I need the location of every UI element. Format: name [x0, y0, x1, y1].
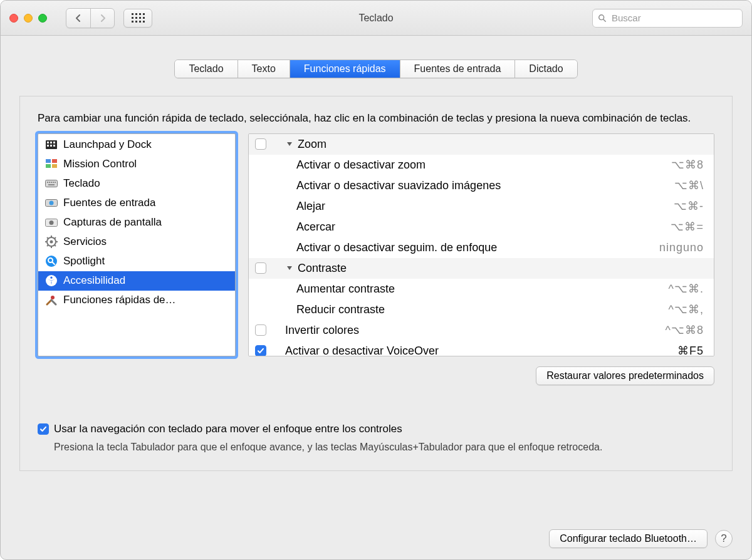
help-button[interactable]: ?	[715, 530, 733, 547]
shortcut-label: Alejar	[255, 200, 644, 213]
category-item[interactable]: Fuentes de entrada	[38, 194, 235, 213]
svg-rect-11	[46, 164, 51, 168]
shortcut-group-label: Contraste	[298, 262, 704, 275]
shortcut-label: Aumentar contraste	[255, 283, 644, 296]
content: TecladoTextoFunciones rápidasFuentes de …	[1, 36, 751, 559]
shortcut-key[interactable]: ^⌥⌘.	[647, 282, 704, 296]
shortcut-checkbox[interactable]	[255, 138, 266, 150]
disclosure-triangle-icon[interactable]	[285, 141, 294, 147]
restore-defaults-button[interactable]: Restaurar valores predeterminados	[536, 366, 714, 385]
svg-line-30	[47, 237, 49, 239]
tab-strip: TecladoTextoFunciones rápidasFuentes de …	[1, 36, 751, 78]
shortcut-checkbox[interactable]	[255, 262, 266, 274]
shortcut-key[interactable]: ⌘F5	[647, 344, 704, 356]
shortcut-label: Acercar	[255, 220, 644, 234]
svg-rect-10	[52, 159, 57, 163]
category-item[interactable]: Mission Control	[38, 155, 235, 174]
tab-funciones-rápidas[interactable]: Funciones rápidas	[290, 60, 400, 78]
shortcut-row[interactable]: Activar o desactivar seguim. de enfoquen…	[249, 237, 714, 258]
category-label: Fuentes de entrada	[63, 197, 155, 209]
svg-rect-6	[47, 145, 49, 147]
shortcut-label: Activar o desactivar suavizado imágenes	[255, 179, 644, 192]
shortcut-key[interactable]: ⌥⌘=	[647, 220, 704, 234]
shortcut-checkbox[interactable]	[255, 324, 266, 336]
zoom-window-button[interactable]	[38, 14, 47, 23]
shortcut-row[interactable]: Zoom	[249, 134, 714, 155]
show-all-button[interactable]	[123, 9, 152, 28]
shortcut-key[interactable]: ninguno	[647, 241, 704, 254]
shortcut-row[interactable]: Reducir contraste^⌥⌘,	[249, 299, 714, 320]
svg-rect-8	[53, 145, 55, 147]
shortcut-row[interactable]: Alejar⌥⌘-	[249, 196, 714, 217]
shortcut-key[interactable]: ⌥⌘8	[647, 158, 704, 172]
disclosure-triangle-icon[interactable]	[285, 265, 294, 271]
svg-point-38	[50, 277, 52, 279]
shortcut-row[interactable]: Contraste	[249, 258, 714, 279]
window-controls	[9, 14, 47, 23]
keyboard-nav-checkbox[interactable]	[38, 423, 49, 435]
svg-line-32	[55, 237, 56, 239]
shortcut-list[interactable]: ZoomActivar o desactivar zoom⌥⌘8Activar …	[248, 133, 714, 356]
category-item[interactable]: Teclado	[38, 174, 235, 194]
mission-icon	[44, 158, 58, 170]
shortcut-label: Activar o desactivar zoom	[255, 158, 644, 172]
tab-teclado[interactable]: Teclado	[175, 60, 238, 78]
category-label: Spotlight	[63, 255, 105, 267]
close-window-button[interactable]	[9, 14, 18, 23]
svg-rect-16	[51, 182, 52, 183]
category-item[interactable]: Launchpad y Dock	[38, 135, 235, 155]
search-field[interactable]	[592, 9, 743, 28]
search-input[interactable]	[610, 12, 737, 24]
tab-dictado[interactable]: Dictado	[515, 60, 577, 78]
category-item[interactable]: Accesibilidad	[38, 271, 235, 291]
keyboard-nav-label: Usar la navegación con teclado para move…	[54, 423, 402, 435]
category-item[interactable]: Servicios	[38, 232, 235, 252]
shortcut-checkbox[interactable]	[255, 345, 266, 356]
svg-rect-13	[46, 180, 58, 187]
svg-rect-18	[55, 182, 56, 183]
back-button[interactable]	[66, 9, 90, 28]
tab-fuentes-de-entrada[interactable]: Fuentes de entrada	[400, 60, 516, 78]
shortcut-row[interactable]: Activar o desactivar zoom⌥⌘8	[249, 155, 714, 175]
shortcut-row[interactable]: Invertir colores^⌥⌘8	[249, 320, 714, 341]
category-label: Launchpad y Dock	[63, 138, 152, 151]
shortcut-key[interactable]: ^⌥⌘,	[647, 303, 704, 316]
category-label: Accesibilidad	[63, 274, 125, 287]
shortcut-row[interactable]: Acercar⌥⌘=	[249, 217, 714, 237]
shortcut-row[interactable]: Activar o desactivar VoiceOver⌘F5	[249, 341, 714, 356]
accessibility-icon	[44, 274, 58, 287]
shortcut-label: Activar o desactivar VoiceOver	[285, 345, 644, 356]
shortcut-key[interactable]: ⌥⌘-	[647, 199, 704, 213]
category-label: Funciones rápidas de…	[63, 294, 176, 306]
svg-rect-19	[48, 184, 55, 185]
keyboard-nav-block: Usar la navegación con teclado para move…	[38, 423, 714, 453]
screenshot-icon	[44, 216, 58, 229]
svg-point-25	[50, 241, 53, 244]
hint-text: Para cambiar una función rápida de tecla…	[38, 111, 714, 126]
configure-bluetooth-button[interactable]: Configurar teclado Bluetooth…	[549, 529, 708, 548]
category-label: Mission Control	[63, 158, 137, 170]
shortcut-group-label: Zoom	[298, 138, 704, 151]
keyboard-nav-row[interactable]: Usar la navegación con teclado para move…	[38, 423, 714, 435]
category-list[interactable]: Launchpad y DockMission ControlTecladoFu…	[38, 133, 236, 356]
shortcut-key[interactable]: ^⌥⌘8	[647, 323, 704, 337]
window-title: Teclado	[358, 13, 393, 24]
shortcut-row[interactable]: Aumentar contraste^⌥⌘.	[249, 279, 714, 299]
columns: Launchpad y DockMission ControlTecladoFu…	[38, 133, 714, 356]
category-label: Servicios	[63, 236, 107, 248]
svg-rect-9	[46, 159, 51, 163]
preferences-body: Para cambiar una función rápida de tecla…	[19, 96, 733, 471]
shortcut-row[interactable]: Activar o desactivar suavizado imágenes⌥…	[249, 175, 714, 196]
category-label: Capturas de pantalla	[63, 216, 162, 229]
forward-button[interactable]	[90, 9, 114, 28]
tab-texto[interactable]: Texto	[238, 60, 290, 78]
svg-point-34	[46, 256, 57, 267]
minimize-window-button[interactable]	[24, 14, 33, 23]
shortcut-key[interactable]: ⌥⌘\	[647, 179, 704, 192]
tools-icon	[44, 294, 58, 306]
category-item[interactable]: Funciones rápidas de…	[38, 291, 235, 310]
chevron-left-icon	[75, 14, 82, 22]
category-item[interactable]: Spotlight	[38, 252, 235, 271]
svg-rect-14	[47, 182, 48, 183]
category-item[interactable]: Capturas de pantalla	[38, 213, 235, 232]
